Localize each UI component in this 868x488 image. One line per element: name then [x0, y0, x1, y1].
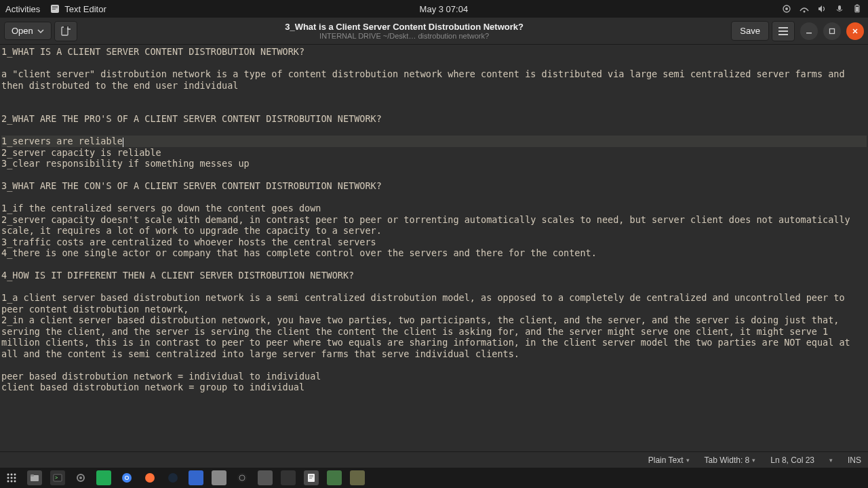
- editor-textarea[interactable]: 1_WHAT IS A CLIENT SERVER CONTENT DISTRO…: [0, 45, 868, 451]
- window-title: 3_What is a Client Server Content Distro…: [77, 22, 732, 32]
- editor-line: 1_servers are reliable: [1, 136, 867, 147]
- show-apps-icon[interactable]: [4, 470, 19, 485]
- settings-icon[interactable]: [73, 470, 88, 485]
- chevron-down-icon: ▾: [829, 457, 833, 464]
- chevron-down-icon: ▾: [686, 457, 690, 464]
- open-button-label: Open: [12, 26, 33, 36]
- text-editor-icon: [50, 3, 60, 14]
- editor-line: 2_WHAT ARE THE PRO'S OF A CLIENT SERVER …: [1, 113, 867, 125]
- new-tab-button[interactable]: [54, 21, 77, 41]
- svg-point-20: [14, 474, 16, 476]
- svg-rect-13: [778, 27, 788, 28]
- save-button[interactable]: Save: [731, 21, 769, 41]
- chevron-down-icon: [37, 29, 44, 33]
- app-icon[interactable]: [96, 470, 111, 485]
- svg-point-26: [14, 481, 16, 483]
- firefox-icon[interactable]: [142, 470, 157, 485]
- tab-width-selector[interactable]: Tab Width: 8 ▾: [705, 455, 756, 465]
- svg-rect-42: [309, 476, 313, 477]
- app-icon[interactable]: [281, 470, 296, 485]
- chevron-down-icon: ▾: [752, 457, 755, 464]
- app-icon[interactable]: [189, 470, 203, 485]
- dock: >: [0, 468, 868, 488]
- statusbar: Plain Text ▾ Tab Width: 8 ▾ Ln 8, Col 23…: [0, 451, 868, 468]
- editor-line: [1, 169, 867, 181]
- gedit-icon[interactable]: [304, 470, 319, 485]
- editor-line: 1_if the centralized servers go down the…: [1, 203, 867, 214]
- minimize-button[interactable]: [800, 22, 818, 40]
- tab-width-label: Tab Width: 8: [705, 455, 750, 465]
- minimize-icon: [806, 28, 812, 35]
- svg-rect-16: [806, 33, 812, 34]
- editor-line: [1, 58, 867, 69]
- hamburger-menu-button[interactable]: [772, 21, 795, 41]
- clock[interactable]: May 3 07:04: [420, 4, 469, 14]
- svg-point-25: [11, 481, 13, 483]
- gnome-topbar: Activities Text Editor May 3 07:04: [0, 0, 868, 18]
- editor-line: 4_HOW IS IT DIFFERENT THEN A CLIENT SERV…: [1, 270, 867, 281]
- svg-point-35: [125, 476, 128, 479]
- headerbar: Open 3_What is a Client Server Content D…: [0, 18, 868, 45]
- editor-line: peer based distrobution network = indivi…: [1, 371, 867, 382]
- svg-rect-41: [309, 475, 313, 476]
- close-button[interactable]: [846, 22, 864, 40]
- svg-point-32: [79, 476, 82, 479]
- window-subtitle: INTERNAL DRIVE ~/Deskt… distrobution net…: [77, 32, 732, 40]
- svg-point-24: [7, 481, 9, 483]
- app-icon[interactable]: [327, 470, 342, 485]
- app-icon[interactable]: [258, 470, 273, 485]
- syntax-mode-label: Plain Text: [648, 455, 684, 465]
- hamburger-icon: [778, 27, 788, 35]
- svg-rect-3: [52, 9, 56, 9]
- svg-rect-7: [838, 5, 841, 10]
- screen-share-icon[interactable]: [781, 3, 792, 14]
- insert-mode[interactable]: INS: [848, 455, 861, 465]
- app-icon[interactable]: [350, 470, 365, 485]
- editor-line: 1_a client server based distrobution net…: [1, 292, 867, 314]
- svg-point-36: [145, 473, 155, 483]
- svg-rect-10: [856, 5, 859, 6]
- editor-line: 3_traffic costs are centralized to whoev…: [1, 237, 867, 248]
- svg-point-23: [14, 477, 16, 479]
- app-icon[interactable]: [212, 470, 226, 485]
- battery-icon[interactable]: [852, 3, 863, 14]
- files-icon[interactable]: [27, 470, 42, 485]
- maximize-button[interactable]: [823, 22, 841, 40]
- obs-icon[interactable]: [235, 470, 250, 485]
- chrome-icon[interactable]: [119, 470, 134, 485]
- microphone-icon[interactable]: [834, 3, 845, 14]
- activities-button[interactable]: Activities: [5, 4, 40, 14]
- volume-icon[interactable]: [816, 3, 827, 14]
- cursor-position[interactable]: Ln 8, Col 23: [770, 455, 814, 465]
- editor-line: 2_in a client server based distrobution …: [1, 314, 867, 359]
- editor-line: 4_there is one single actor or company t…: [1, 247, 867, 259]
- svg-rect-17: [830, 28, 835, 33]
- text-cursor: [123, 138, 123, 147]
- editor-line: 1_WHAT IS A CLIENT SERVER CONTENT DISTRO…: [1, 46, 867, 58]
- editor-line: 2_server capacity is reliable: [1, 147, 867, 159]
- svg-point-6: [804, 11, 806, 13]
- close-icon: [852, 28, 859, 35]
- syntax-mode-selector[interactable]: Plain Text ▾: [648, 455, 690, 465]
- app-menu[interactable]: Text Editor: [50, 3, 106, 14]
- terminal-icon[interactable]: >: [50, 470, 65, 485]
- editor-line: [1, 281, 867, 293]
- svg-rect-1: [52, 6, 58, 7]
- editor-line: 3_clear responsibility if something mess…: [1, 158, 867, 169]
- svg-rect-14: [778, 30, 788, 32]
- svg-rect-28: [31, 474, 34, 476]
- svg-rect-9: [856, 7, 859, 12]
- svg-rect-12: [64, 26, 70, 28]
- editor-line: client based distrobution network = grou…: [1, 382, 867, 393]
- svg-rect-43: [309, 478, 312, 479]
- editor-line: 3_WHAT ARE THE CON'S OF A CLIENT SERVER …: [1, 180, 867, 192]
- open-button[interactable]: Open: [4, 22, 52, 40]
- svg-point-38: [237, 473, 247, 483]
- svg-rect-2: [52, 7, 58, 8]
- svg-text:>: >: [55, 475, 58, 480]
- network-icon[interactable]: [799, 3, 810, 14]
- editor-line: [1, 259, 867, 270]
- steam-icon[interactable]: [165, 470, 180, 485]
- app-menu-label: Text Editor: [64, 4, 106, 14]
- new-document-icon: [60, 26, 71, 37]
